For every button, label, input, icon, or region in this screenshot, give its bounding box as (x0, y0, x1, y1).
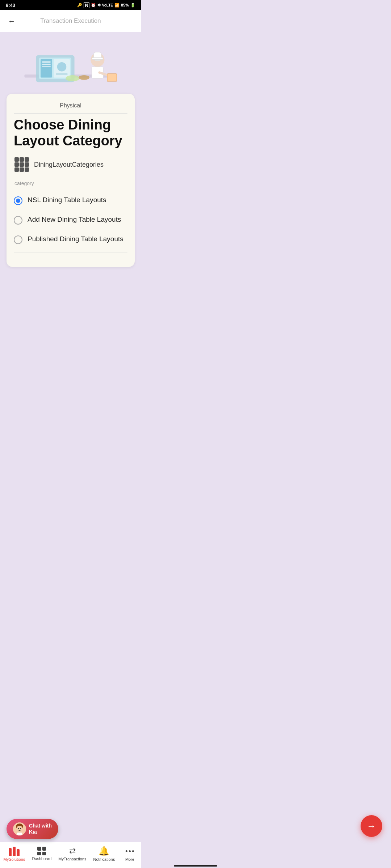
hero-illustration-area (0, 32, 141, 94)
main-card: Physical Choose Dining Layout Category D… (7, 94, 135, 267)
svg-rect-12 (92, 58, 103, 59)
status-time: 9:43 (6, 3, 15, 8)
alarm-icon: ⏰ (91, 3, 96, 8)
back-button[interactable]: ← (6, 15, 17, 27)
volte-icon: VoLTE (102, 3, 113, 7)
radio-option-0[interactable]: NSL Dining Table Layouts (14, 191, 127, 210)
svg-point-16 (66, 75, 79, 81)
radio-option-2[interactable]: Published Dining Table Layouts (14, 230, 127, 249)
dining-layout-icon (14, 157, 30, 173)
radio-label-2: Published Dining Table Layouts (28, 235, 123, 244)
radio-label-1: Add New Dining Table Layouts (28, 215, 121, 224)
radio-circle-0 (14, 196, 22, 205)
object-row: DiningLayoutCategories (14, 157, 127, 173)
svg-rect-4 (42, 61, 50, 63)
status-right: 🔑 N ⏰ ✲ VoLTE 📶 85% 🔋 (77, 2, 135, 8)
svg-rect-5 (42, 64, 50, 65)
radio-option-1[interactable]: Add New Dining Table Layouts (14, 210, 127, 230)
signal-icon: 📶 (114, 3, 119, 8)
svg-rect-9 (56, 73, 68, 75)
svg-rect-6 (42, 66, 50, 67)
svg-rect-15 (107, 74, 117, 81)
divider (14, 252, 127, 252)
svg-point-8 (57, 62, 67, 72)
page-title: Transaction Execution (17, 17, 124, 25)
card-section-label: Physical (14, 102, 127, 114)
radio-group: NSL Dining Table Layouts Add New Dining … (14, 191, 127, 249)
status-bar: 9:43 🔑 N ⏰ ✲ VoLTE 📶 85% 🔋 (0, 0, 141, 10)
card-title: Choose Dining Layout Category (14, 117, 127, 149)
radio-circle-1 (14, 216, 22, 225)
bluetooth-icon: ✲ (97, 3, 101, 8)
back-arrow-icon: ← (8, 17, 15, 25)
top-nav: ← Transaction Execution (0, 10, 141, 32)
radio-label-0: NSL Dining Table Layouts (28, 196, 106, 205)
object-name: DiningLayoutCategories (34, 161, 104, 169)
svg-point-17 (79, 75, 89, 80)
radio-circle-2 (14, 235, 22, 244)
hero-svg (0, 32, 141, 94)
key-icon: 🔑 (77, 3, 82, 8)
nfc-icon: N (84, 2, 89, 8)
battery-icon: 🔋 (130, 3, 135, 8)
scroll-content: Physical Choose Dining Layout Category D… (0, 32, 141, 302)
radio-inner-0 (16, 199, 20, 203)
category-label: category (14, 180, 127, 186)
battery-label: 85% (121, 3, 129, 7)
